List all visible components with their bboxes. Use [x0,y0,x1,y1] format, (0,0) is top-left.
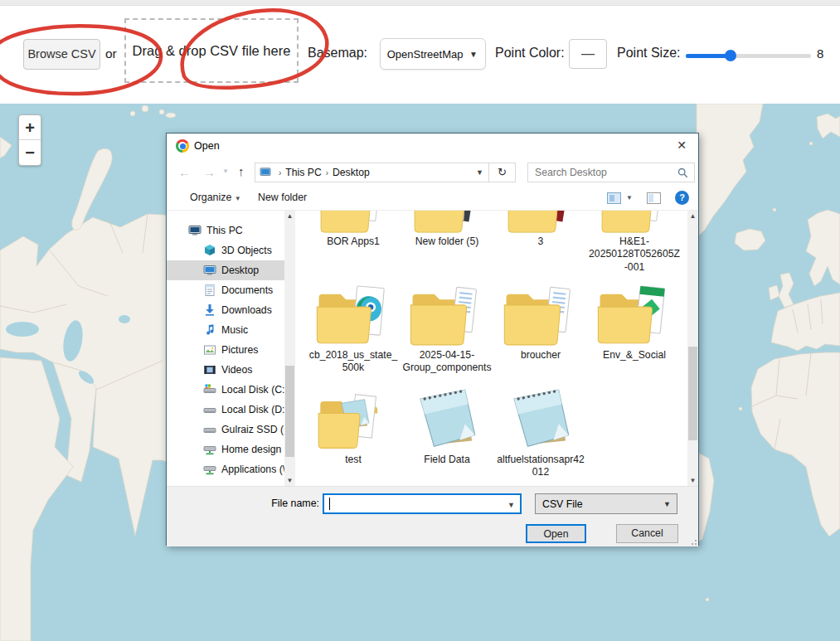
zoom-out-button[interactable]: − [19,140,41,165]
folder-files-icon [588,211,681,236]
scroll-up-icon[interactable]: ▲ [687,212,698,220]
sidebar-item-label: Music [221,324,248,336]
cancel-button[interactable]: Cancel [616,524,678,543]
open-button[interactable]: Open [526,524,586,543]
point-size-slider[interactable] [686,49,811,62]
sidebar-item-documents[interactable]: Documents [167,280,284,300]
file-item[interactable]: 3 [494,211,587,248]
file-label: altfuelstationsapr42012 [494,454,587,479]
file-item[interactable]: cb_2018_us_state_500k [307,274,400,375]
filelist-scrollbar[interactable]: ▲ ▼ [687,211,698,486]
new-folder-button[interactable]: New folder [258,192,307,203]
sidebar-item-local-disk-c[interactable]: Local Disk (C:) [167,380,284,400]
search-input[interactable] [528,167,677,178]
search-box [527,163,695,182]
up-icon[interactable]: ↑ [238,164,245,178]
file-label: BOR Apps1 [307,236,400,248]
folder-edge-icon [307,274,400,349]
breadcrumb-separator: › [326,168,328,177]
organize-button[interactable]: Organize ▼ [190,192,241,203]
slider-thumb[interactable] [725,50,736,61]
file-item[interactable]: H&E1-20250128T052605Z-001 [588,211,681,274]
browse-csv-button[interactable]: Browse CSV [23,39,100,70]
sidebar-item-label: Desktop [221,265,259,276]
scroll-up-icon[interactable]: ▲ [284,212,295,220]
sidebar-item-label: Home design (\\ [221,444,284,455]
picture-icon [203,343,216,357]
file-label: test [307,454,400,466]
basemap-select[interactable]: OpenStreetMap ▼ [380,38,486,70]
file-item[interactable]: broucher [494,274,587,362]
sidebar-item-this-pc[interactable]: This PC [167,221,284,240]
sidebar-item-gulraiz-ssd[interactable]: Gulraiz SSD (F:) [167,420,284,439]
sidebar-item-pictures[interactable]: Pictures [167,340,284,360]
sidebar-item-applications[interactable]: Applications (\\D [167,459,284,479]
chrome-icon [176,139,189,153]
sidebar-item-label: Downloads [221,304,272,316]
sidebar-item-home-design[interactable]: Home design (\\ [167,439,284,459]
network-drive-icon [203,443,216,456]
text-caret [329,498,330,510]
sidebar-item-desktop[interactable]: Desktop [167,260,284,280]
file-item[interactable]: Field Data [401,384,493,466]
file-label: cb_2018_us_state_500k [307,349,400,375]
video-icon [203,363,216,376]
sidebar-item-3d-objects[interactable]: 3D Objects [167,240,284,260]
chevron-down-icon[interactable]: ▼ [507,501,515,509]
zoom-in-button[interactable]: + [19,115,41,140]
preview-pane-icon[interactable] [647,192,661,204]
scroll-down-icon[interactable]: ▼ [284,477,295,484]
csv-dropzone[interactable]: Drag & drop CSV file here [124,18,299,83]
refresh-button[interactable]: ↻ [489,163,516,182]
point-color-picker[interactable]: — [569,39,607,69]
network-drive-icon [203,463,216,476]
breadcrumb-this-pc[interactable]: This PC [285,167,321,178]
windows-disk-icon [203,383,216,396]
app-screen: + − Browse CSV or Drag & drop CSV file h… [0,0,840,641]
breadcrumb-desktop[interactable]: Desktop [333,167,370,178]
close-icon[interactable]: ✕ [673,138,690,152]
dialog-titlebar[interactable]: Open ✕ [167,134,698,158]
scrollbar-thumb[interactable] [688,347,697,440]
disk-icon [203,423,216,436]
file-label: H&E1-20250128T052605Z-001 [588,236,681,274]
sidebar-item-local-disk-d[interactable]: Local Disk (D:) [167,400,284,420]
notepad-icon [401,384,493,454]
address-dropdown-icon[interactable]: ▼ [476,168,483,177]
basemap-label: Basemap: [308,46,367,61]
history-chevron-icon[interactable]: ▼ [222,168,229,175]
resize-grip[interactable] [688,537,697,545]
dialog-body: This PC 3D Objects Desktop Documents Dow… [167,211,698,486]
view-options-chevron-icon[interactable]: ▼ [626,194,633,202]
folder-files-icon [494,274,587,349]
file-item[interactable]: 2025-04-15-Group_components [401,274,493,375]
breadcrumb[interactable]: › This PC › Desktop ▼ [255,163,489,182]
file-item[interactable]: Env_&_Social [588,274,681,362]
sidebar-item-label: Documents [221,284,273,296]
sidebar-item-videos[interactable]: Videos [167,360,284,380]
folder-dark-files-icon [401,211,493,236]
sidebar-item-label: Local Disk (D:) [221,404,284,415]
help-icon[interactable]: ? [675,191,689,205]
view-thumbnails-icon[interactable] [607,192,621,204]
forward-icon[interactable]: → [203,165,216,179]
file-type-select[interactable]: CSV File ▼ [535,493,677,514]
sidebar-item-music[interactable]: Music [167,320,284,340]
file-item[interactable]: New folder (5) [401,211,493,248]
file-item[interactable]: test [307,384,400,466]
scrollbar-thumb[interactable] [285,366,294,457]
search-icon[interactable] [677,168,688,178]
sidebar-item-label: This PC [206,225,243,236]
notepad-icon [494,384,587,454]
scroll-down-icon[interactable]: ▼ [687,477,698,484]
file-name-input[interactable] [324,495,490,512]
folder-red-book-icon [494,211,587,236]
sidebar-item-downloads[interactable]: Downloads [167,300,284,320]
file-label: broucher [494,349,587,362]
file-item[interactable]: altfuelstationsapr42012 [494,384,587,479]
sidebar-scrollbar[interactable]: ▲ ▼ [284,211,295,486]
disk-icon [203,403,216,416]
back-icon[interactable]: ← [178,165,191,179]
sidebar-item-label: Gulraiz SSD (F:) [221,424,284,435]
file-item[interactable]: BOR Apps1 [307,211,400,248]
